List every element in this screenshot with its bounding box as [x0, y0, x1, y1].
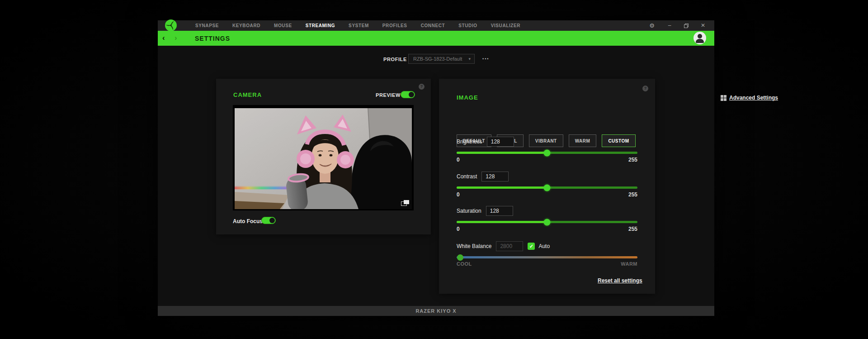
saturation-label: Saturation — [457, 208, 481, 214]
page-title: SETTINGS — [195, 31, 230, 46]
white-balance-input[interactable] — [496, 241, 523, 251]
chevron-down-icon: ▾ — [468, 54, 471, 63]
contrast-label: Contrast — [457, 173, 477, 180]
restore-button[interactable] — [684, 24, 689, 28]
main-menu: SYNAPSE KEYBOARD MOUSE STREAMING SYSTEM … — [195, 20, 520, 31]
slider-fill — [457, 152, 547, 154]
close-button[interactable]: ✕ — [700, 20, 706, 31]
settings-gear-icon[interactable]: ⚙ — [649, 20, 655, 31]
profile-dropdown[interactable]: RZB-SG-1823-Default ▾ — [408, 54, 475, 64]
tab-visualizer[interactable]: VISUALIZER — [491, 23, 520, 28]
tab-synapse[interactable]: SYNAPSE — [195, 23, 219, 28]
reset-all-settings-link[interactable]: Reset all settings — [598, 277, 637, 284]
slider-max-label: 255 — [628, 191, 637, 198]
grid-icon — [721, 95, 726, 101]
settings-header: ‹ › SETTINGS — [158, 31, 714, 46]
brightness-input[interactable] — [487, 137, 514, 147]
camera-preview-video — [233, 105, 414, 210]
brightness-row: Brightness 0 255 — [457, 136, 637, 163]
contrast-input[interactable] — [481, 172, 509, 181]
slider-fill — [457, 186, 547, 189]
auto-focus-label: Auto Focus — [233, 217, 263, 225]
contrast-slider[interactable] — [457, 186, 637, 189]
auto-label: Auto — [538, 243, 550, 249]
advanced-settings-link[interactable]: Advanced Settings — [721, 95, 778, 101]
device-name-tab[interactable]: RAZER KIYO X — [415, 308, 456, 314]
slider-min-label: 0 — [457, 157, 460, 163]
window-controls: ⚙ – ✕ — [649, 20, 706, 31]
slider-max-label: 255 — [628, 226, 637, 232]
tab-streaming[interactable]: STREAMING — [306, 23, 335, 28]
white-balance-slider[interactable] — [457, 256, 637, 258]
forward-arrow-icon: › — [175, 31, 177, 46]
titlebar: SYNAPSE KEYBOARD MOUSE STREAMING SYSTEM … — [158, 20, 714, 31]
auto-checkbox[interactable]: ✓ — [528, 243, 535, 250]
auto-focus-toggle[interactable] — [261, 217, 276, 224]
saturation-slider[interactable] — [457, 221, 637, 223]
cool-label: COOL — [457, 261, 472, 267]
brightness-label: Brightness — [457, 138, 482, 145]
tab-studio[interactable]: STUDIO — [458, 23, 477, 28]
desktop-background: SYNAPSE KEYBOARD MOUSE STREAMING SYSTEM … — [0, 0, 868, 339]
help-icon[interactable]: ? — [419, 84, 425, 90]
slider-knob[interactable] — [544, 149, 551, 156]
profile-dropdown-value: RZB-SG-1823-Default — [413, 56, 462, 62]
back-arrow-icon[interactable]: ‹ — [162, 31, 165, 46]
tab-system[interactable]: SYSTEM — [349, 23, 369, 28]
slider-fill — [457, 221, 547, 223]
slider-min-label: 0 — [457, 226, 460, 232]
saturation-input[interactable] — [486, 206, 513, 216]
picture-in-picture-icon[interactable] — [401, 200, 409, 206]
synapse-window: SYNAPSE KEYBOARD MOUSE STREAMING SYSTEM … — [158, 20, 714, 316]
profile-more-button[interactable]: ••• — [482, 53, 489, 65]
webcam-feed-image — [235, 108, 412, 209]
camera-panel: CAMERA ? PREVIEW — [216, 79, 431, 234]
preview-toggle[interactable] — [401, 91, 415, 98]
slider-knob[interactable] — [457, 254, 463, 261]
preview-label: PREVIEW — [376, 91, 401, 99]
tab-profiles[interactable]: PROFILES — [382, 23, 407, 28]
slider-knob[interactable] — [544, 184, 551, 191]
camera-panel-title: CAMERA — [233, 91, 262, 98]
device-bar: RAZER KIYO X — [158, 306, 714, 316]
white-balance-row: White Balance ✓ Auto COOL WARM — [457, 241, 637, 267]
tab-mouse[interactable]: MOUSE — [274, 23, 292, 28]
tab-connect[interactable]: CONNECT — [421, 23, 445, 28]
saturation-row: Saturation 0 255 — [457, 205, 637, 232]
image-panel: IMAGE ? Advanced Settings DEFAULT COOL V… — [439, 79, 655, 294]
user-avatar[interactable] — [693, 32, 706, 44]
warm-label: WARM — [621, 261, 637, 267]
advanced-settings-label: Advanced Settings — [729, 95, 778, 101]
slider-knob[interactable] — [544, 219, 551, 225]
image-panel-title: IMAGE — [457, 94, 478, 101]
profile-label: PROFILE — [383, 55, 407, 63]
help-icon[interactable]: ? — [642, 86, 648, 91]
tab-keyboard[interactable]: KEYBOARD — [232, 23, 260, 28]
slider-min-label: 0 — [457, 191, 460, 198]
slider-max-label: 255 — [628, 157, 637, 163]
brightness-slider[interactable] — [457, 152, 637, 154]
minimize-button[interactable]: – — [666, 20, 673, 31]
white-balance-label: White Balance — [457, 243, 491, 249]
contrast-row: Contrast 0 255 — [457, 171, 637, 198]
razer-logo-icon[interactable] — [165, 19, 177, 31]
